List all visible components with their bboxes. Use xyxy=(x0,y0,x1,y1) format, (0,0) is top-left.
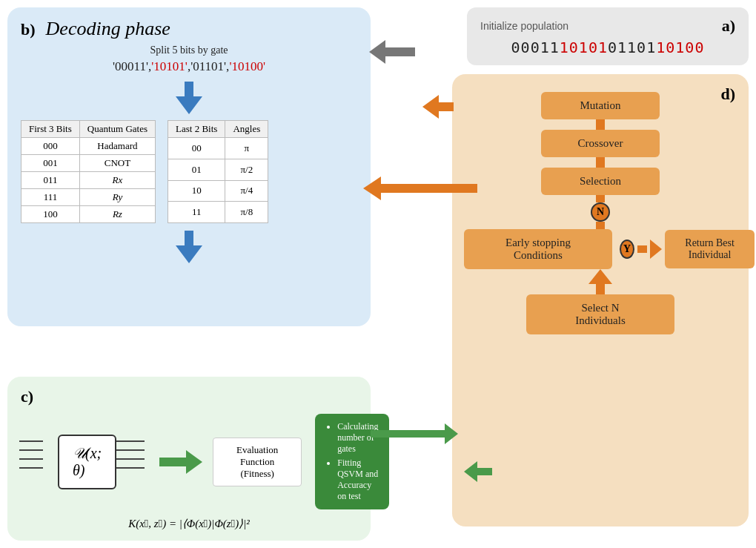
section-b-label: b) xyxy=(21,20,36,39)
early-stopping-box: Early stoppingConditions xyxy=(464,229,612,269)
section-a-init-title: Initialize population xyxy=(480,20,568,32)
section-a-label: a) xyxy=(722,16,735,36)
binary-red1: 10101 xyxy=(560,39,608,56)
table-row: 000Hadamard xyxy=(21,138,156,155)
mutation-box: Mutation xyxy=(541,92,660,119)
section-d-label: d) xyxy=(720,85,735,104)
section-b-title: Decoding phase xyxy=(46,18,170,40)
orange-arrow-2 xyxy=(596,157,605,168)
return-best-box: Return Best Individual xyxy=(665,230,755,268)
blue-arrow-1 xyxy=(21,82,357,114)
table-row: 11π/8 xyxy=(168,202,268,223)
eval-function-box: EvaluationFunction (Fitness) xyxy=(213,438,302,486)
green-up-arrow-from-c xyxy=(464,461,492,482)
section-b: b) Decoding phase Split 5 bits by gate '… xyxy=(7,7,371,326)
early-stopping-row: Early stoppingConditions Y Return Best I… xyxy=(464,229,737,269)
orange-arrow-3 xyxy=(588,269,612,294)
n-arrow-group: N xyxy=(591,195,610,229)
tables-row: First 3 BitsQuantum Gates 000Hadamard 00… xyxy=(21,120,357,223)
table-row: 011Rx xyxy=(21,172,156,189)
table-row: 100Rz xyxy=(21,206,156,223)
section-b-subtitle: Split 5 bits by gate xyxy=(21,44,357,56)
kernel-formula: K(x⃗, z⃗) = |⟨Φ(x⃗)|Φ(z⃗)⟩|² xyxy=(21,517,357,530)
crossover-box: Crossover xyxy=(541,130,660,157)
main-container: Initialize population a) 000111010101101… xyxy=(0,0,756,548)
section-a: Initialize population a) 000111010101101… xyxy=(467,7,749,65)
circuit-box: 𝒰(x; θ) xyxy=(58,435,116,489)
select-n-box: Select NIndividuals xyxy=(526,294,674,334)
circuit-diagram: 𝒰(x; θ) xyxy=(43,429,116,495)
circuit-label: 𝒰(x; θ) xyxy=(73,445,102,479)
orange-arrow-to-b xyxy=(422,95,454,119)
table-row: 001CNOT xyxy=(21,155,156,172)
selection-box: Selection xyxy=(541,168,660,195)
table-row: 111Ry xyxy=(21,189,156,206)
y-badge: Y xyxy=(620,240,634,259)
eval-label: EvaluationFunction (Fitness) xyxy=(224,444,291,480)
green-arrow-right xyxy=(159,450,202,474)
binary-red2: 10100 xyxy=(656,39,704,56)
circuit-output-lines xyxy=(116,440,145,469)
n-badge: N xyxy=(591,202,610,222)
binary-black1: 00011 xyxy=(511,39,560,56)
table-row: 01π/2 xyxy=(168,159,268,180)
section-c: c) 𝒰(x; θ) xyxy=(7,377,371,541)
binary-black2: 01101 xyxy=(608,39,656,56)
gate-table: First 3 BitsQuantum Gates 000Hadamard 00… xyxy=(21,120,156,223)
green-arrow-c-to-d xyxy=(371,423,458,444)
y-return-group: Y Return Best Individual xyxy=(620,230,755,268)
table-row: 10π/4 xyxy=(168,180,268,202)
fitness-item-2: Fitting QSVM and Accuracy on test xyxy=(337,458,378,502)
section-d: d) Mutation Crossover Selection N xyxy=(452,74,749,526)
circuit-input-lines xyxy=(19,440,43,469)
table-row: 00π xyxy=(168,138,268,159)
gray-arrow-a-to-b xyxy=(369,40,415,64)
section-c-inner: 𝒰(x; θ) EvaluationFunction (Fitness) xyxy=(21,414,357,509)
angle-table: Last 2 BitsAngles 00π 01π/2 10π/4 11π/8 xyxy=(168,120,268,223)
ga-flow: Mutation Crossover Selection N Ear xyxy=(464,92,737,334)
orange-arrow-1 xyxy=(596,119,605,130)
orange-arrow-d-to-b xyxy=(363,176,477,200)
section-a-binary: 00011101010110110100 xyxy=(480,39,735,56)
section-b-bits: '00011','10101','01101','10100' xyxy=(21,59,357,74)
section-c-label: c) xyxy=(21,387,33,406)
blue-arrow-2 xyxy=(21,231,357,263)
